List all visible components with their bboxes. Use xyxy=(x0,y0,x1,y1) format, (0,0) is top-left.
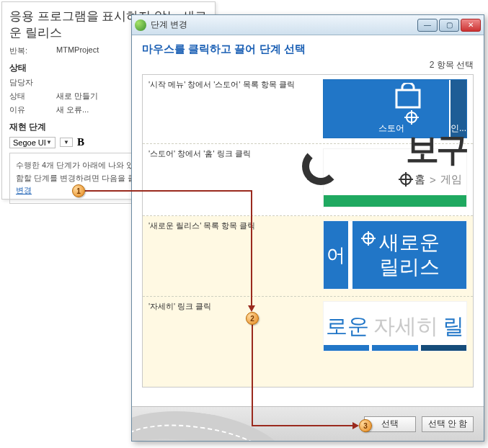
road-graphic xyxy=(132,406,296,441)
minimize-button[interactable]: — xyxy=(417,19,438,32)
dialog-title: 단계 변경 xyxy=(151,19,417,31)
crosshair-icon xyxy=(399,172,413,187)
crosshair-icon xyxy=(404,110,419,125)
callout-2: 2 xyxy=(246,312,259,325)
close-button[interactable]: ✕ xyxy=(461,19,481,32)
step-thumbnail: 로운 자세히 릴 xyxy=(323,301,467,351)
step-thumbnail: 보구 홈 > 게임 xyxy=(323,148,467,207)
selection-count: 2 항목 선택 xyxy=(142,59,474,71)
dialog-footer: 선택 선택 안 함 xyxy=(132,406,484,441)
chevron-down-icon: ▼ xyxy=(46,139,52,145)
step-row[interactable]: '스토어' 창에서 '홈' 링크 클릭 보구 홈 > 게임 xyxy=(143,144,473,216)
arc-icon xyxy=(302,148,340,185)
crosshair-icon xyxy=(361,231,376,246)
step-thumbnail: 어 새로운 릴리스 xyxy=(323,220,467,290)
maximize-button[interactable]: ▢ xyxy=(439,19,459,32)
breadcrumb: 홈 > 게임 xyxy=(399,172,462,187)
callout-3: 3 xyxy=(359,419,372,432)
font-family-combo[interactable]: Segoe UI▼ xyxy=(9,137,56,148)
bold-button[interactable]: B xyxy=(77,136,84,148)
dialog-heading: 마우스를 클릭하고 끌어 단계 선택 xyxy=(142,42,474,56)
steps-list[interactable]: '시작 메뉴' 창에서 '스토어' 목록 항목 클릭 스토어 인... ' xyxy=(142,74,474,387)
callout-1: 1 xyxy=(72,184,85,197)
app-icon xyxy=(135,19,146,31)
font-size-combo[interactable]: ▼ xyxy=(60,138,73,147)
dialog-titlebar[interactable]: 단계 변경 — ▢ ✕ xyxy=(132,15,484,35)
shopping-bag-icon xyxy=(392,83,424,109)
cancel-button[interactable]: 선택 안 함 xyxy=(422,416,474,432)
step-row[interactable]: '자세히' 링크 클릭 로운 자세히 릴 xyxy=(143,297,473,387)
change-steps-dialog: 단계 변경 — ▢ ✕ 마우스를 클릭하고 끌어 단계 선택 2 항목 선택 '… xyxy=(131,14,484,442)
chevron-down-icon: ▼ xyxy=(63,139,69,145)
step-row[interactable]: '새로운 릴리스' 목록 항목 클릭 어 새로운 릴리스 xyxy=(143,216,473,297)
